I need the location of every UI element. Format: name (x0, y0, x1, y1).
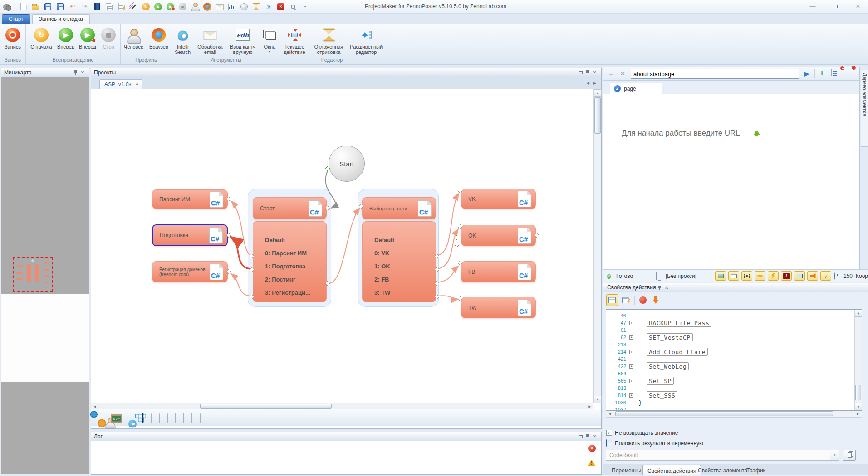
go-icon[interactable]: ▶ (804, 70, 809, 77)
breakpoint-button[interactable] (637, 294, 649, 306)
node-tw[interactable]: TW C# (461, 297, 536, 318)
flowchart-canvas[interactable]: Парсинг ИМ C# Подготовка C# Регистрация … (91, 89, 593, 403)
visualization-toggle[interactable] (794, 271, 805, 281)
open-project-icon[interactable] (31, 2, 40, 11)
scroll-thumb[interactable] (200, 404, 332, 409)
url-input[interactable] (631, 69, 799, 79)
deferred-drawing-button[interactable]: Отложенная отрисовка (310, 26, 348, 55)
scroll-down-icon[interactable]: ▼ (594, 396, 602, 403)
scroll-up-icon[interactable]: ▲ (855, 310, 862, 317)
undo-icon[interactable]: ↶ (68, 2, 77, 11)
node-vk[interactable]: VK C# (461, 189, 536, 209)
start-node[interactable]: Start (329, 146, 365, 182)
magic-wand-icon[interactable] (129, 2, 138, 11)
code-line-collapsed[interactable]: 565+Set_SP (606, 377, 862, 384)
hourglass-icon[interactable] (252, 2, 260, 11)
notebook-icon[interactable] (93, 2, 101, 11)
actions-list-icon[interactable] (159, 414, 160, 422)
pin-icon[interactable] (584, 69, 591, 76)
element-tree-tab[interactable]: Дерево элементов (861, 70, 868, 147)
css-toggle[interactable]: CSS (755, 271, 765, 281)
copy-button[interactable] (843, 450, 856, 461)
pin-icon[interactable] (656, 284, 663, 291)
code-line-collapsed[interactable]: 62+SET_VestaCP (606, 334, 862, 341)
forward-button[interactable]: ▶ Вперед (55, 26, 76, 49)
tab-traffic[interactable]: Трафик (742, 466, 770, 476)
node-social-choice[interactable]: Выбор соц. сети C# (362, 197, 436, 219)
minimize-button[interactable]: — (806, 3, 819, 10)
scroll-right-icon[interactable]: ▶ (854, 411, 862, 417)
tab-scroll-left-icon[interactable]: ◀ (586, 81, 589, 85)
warnings-filter-icon[interactable] (588, 456, 596, 466)
code-line-collapsed[interactable]: 814+Set_SSS (606, 392, 862, 399)
node-ok[interactable]: OK C# (461, 225, 536, 246)
code-view-button[interactable] (620, 294, 632, 306)
close-red-icon[interactable]: × (276, 2, 285, 11)
firefox-browser-icon[interactable] (203, 2, 211, 11)
maximize-button[interactable] (829, 3, 842, 10)
actions-list-icon[interactable] (167, 414, 168, 422)
maximize-icon[interactable] (577, 433, 584, 440)
profile-icon[interactable] (191, 2, 199, 11)
node-parsing[interactable]: Парсинг ИМ C# (152, 189, 228, 209)
stop-button[interactable]: Стоп (99, 26, 118, 49)
play-icon[interactable]: ▶ (154, 2, 162, 11)
code-editor[interactable]: 46 47+BACKUP_File_Pass 61 62+SET_VestaCP… (606, 309, 862, 411)
minimap-viewport[interactable] (13, 257, 53, 292)
close-icon[interactable]: ✕ (591, 433, 598, 440)
search-icon[interactable] (289, 2, 297, 11)
images-toggle[interactable] (715, 271, 726, 281)
toolbar-options-icon[interactable]: ▾ (301, 2, 309, 11)
canvas-vertical-scrollbar[interactable]: ▲ ▼ (593, 89, 601, 403)
close-icon[interactable]: ✕ (663, 284, 670, 291)
record-script-icon[interactable] (117, 2, 126, 11)
fullscreen-icon[interactable]: ⇲ (264, 2, 273, 11)
tab-action-properties[interactable]: Свойства действия (642, 465, 701, 475)
statistics-icon[interactable] (227, 2, 236, 11)
flash-toggle[interactable]: f (781, 271, 792, 281)
table-view-button[interactable] (606, 294, 618, 306)
errors-filter-icon[interactable]: × (588, 445, 596, 452)
log-body[interactable]: × (91, 441, 601, 474)
knowledge-books-icon[interactable] (142, 414, 144, 422)
node-registration[interactable]: Регистрация доменов(freenom.com) C# (152, 261, 228, 282)
current-action-button[interactable]: Текущее действие (280, 26, 309, 55)
page-list-icon[interactable] (831, 69, 832, 76)
javascript-toggle[interactable] (768, 271, 779, 281)
intelli-search-button[interactable]: Intelli Search (172, 26, 193, 55)
browser-button[interactable]: Браузер (147, 26, 171, 49)
new-project-icon[interactable] (19, 2, 28, 11)
browser-tab-page[interactable]: Z page (610, 83, 662, 94)
delay-value[interactable]: 150 (843, 273, 853, 279)
actions-list-icon[interactable] (191, 414, 193, 422)
result-variable-combo[interactable]: CodeResult ▼ (606, 450, 839, 461)
no-return-checkbox[interactable]: ✓ (606, 430, 612, 436)
restart-button[interactable]: ↻ С начала (28, 26, 54, 49)
scroll-up-icon[interactable]: ▲ (594, 89, 602, 97)
tab-scroll-right-icon[interactable]: ▶ (593, 81, 597, 85)
close-icon[interactable]: ✕ (79, 69, 86, 76)
record-button[interactable]: Запись (5, 26, 21, 49)
stop-icon[interactable]: ■ (178, 2, 187, 11)
code-line-collapsed[interactable]: 422+Set_WebLog (606, 363, 862, 370)
windows-button[interactable]: Окна ▼ (260, 26, 280, 53)
canvas-horizontal-scrollbar[interactable]: ◀ ▶ (91, 403, 593, 409)
close-icon[interactable]: ✕ (591, 69, 598, 76)
actions-table-icon[interactable] (175, 414, 177, 422)
manual-captcha-button[interactable]: edh Ввод каптч вручную (227, 26, 259, 55)
switch-start-branches[interactable]: Default 0: Парсинг ИМ 1: Подготовка 2: П… (253, 221, 327, 302)
actions-list-icon[interactable] (183, 414, 185, 422)
redo-icon[interactable]: ↷ (80, 2, 89, 11)
media-toggle[interactable]: ♪ (820, 271, 831, 281)
scroll-thumb[interactable] (615, 411, 833, 416)
chevron-down-icon[interactable]: ▼ (830, 450, 839, 460)
scroll-left-icon[interactable]: ◀ (606, 411, 613, 417)
forward-step-button[interactable]: ▶ Вперед (77, 26, 98, 49)
email-processing-button[interactable]: Обработка email (194, 26, 226, 55)
project-window-icon[interactable] (105, 2, 113, 11)
add-tab-icon[interactable]: + (819, 68, 824, 78)
editor-horizontal-scrollbar[interactable]: ◀ ▶ (606, 411, 862, 418)
frames-toggle[interactable]: F (741, 271, 752, 281)
sound-toggle[interactable] (807, 271, 818, 281)
play-step-icon[interactable]: ▶ (166, 2, 175, 11)
